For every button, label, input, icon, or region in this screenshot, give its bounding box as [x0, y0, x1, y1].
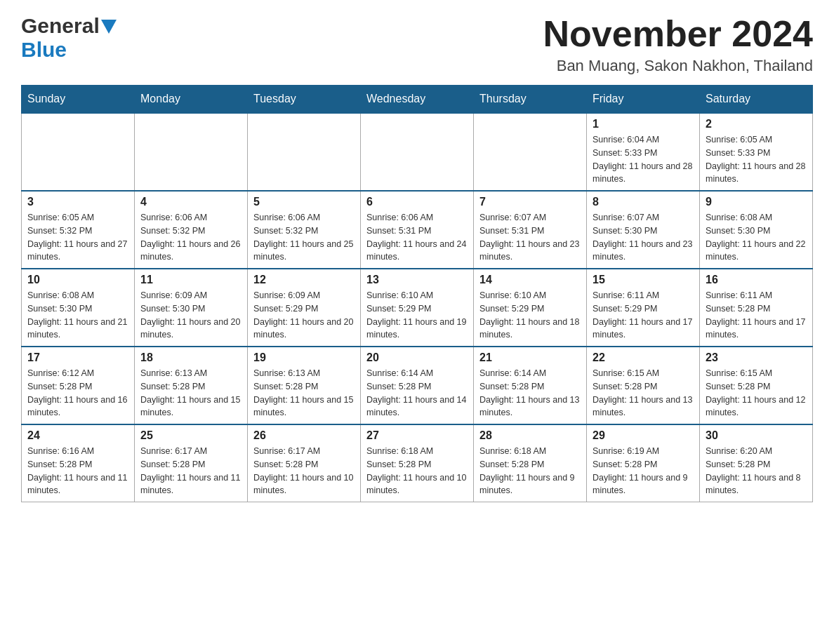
day-info-line: Sunrise: 6:13 AM: [253, 367, 355, 380]
day-info-line: Sunrise: 6:13 AM: [140, 367, 241, 380]
day-number: 16: [706, 274, 807, 286]
day-info-line: Sunrise: 6:14 AM: [366, 367, 468, 380]
day-info-line: Sunrise: 6:15 AM: [593, 367, 694, 380]
day-info-line: Sunset: 5:30 PM: [27, 302, 128, 316]
day-info-line: Daylight: 11 hours and 10 minutes.: [253, 471, 355, 498]
day-info-line: Sunset: 5:30 PM: [140, 302, 241, 316]
table-row: 27Sunrise: 6:18 AMSunset: 5:28 PMDayligh…: [361, 424, 474, 502]
table-row: 25Sunrise: 6:17 AMSunset: 5:28 PMDayligh…: [135, 424, 248, 502]
table-row: 28Sunrise: 6:18 AMSunset: 5:28 PMDayligh…: [474, 424, 587, 502]
day-info-line: Sunset: 5:28 PM: [253, 458, 355, 471]
day-info: Sunrise: 6:12 AMSunset: 5:28 PMDaylight:…: [27, 367, 128, 420]
day-info-line: Daylight: 11 hours and 23 minutes.: [593, 238, 694, 264]
day-info-line: Sunrise: 6:15 AM: [706, 367, 807, 380]
day-number: 27: [366, 429, 468, 442]
day-info-line: Daylight: 11 hours and 15 minutes.: [140, 394, 241, 420]
day-info-line: Sunset: 5:28 PM: [593, 380, 694, 394]
day-number: 13: [366, 274, 468, 286]
day-info: Sunrise: 6:13 AMSunset: 5:28 PMDaylight:…: [253, 367, 355, 420]
day-number: 1: [593, 118, 694, 130]
day-info-line: Daylight: 11 hours and 27 minutes.: [27, 238, 128, 264]
day-info-line: Sunrise: 6:04 AM: [593, 133, 694, 147]
table-row: 15Sunrise: 6:11 AMSunset: 5:29 PMDayligh…: [587, 269, 700, 347]
day-number: 23: [706, 351, 807, 364]
header-thursday: Thursday: [474, 86, 587, 114]
day-info-line: Daylight: 11 hours and 8 minutes.: [706, 471, 807, 498]
day-info-line: Sunset: 5:32 PM: [253, 224, 355, 238]
day-info-line: Daylight: 11 hours and 24 minutes.: [366, 238, 468, 264]
table-row: 24Sunrise: 6:16 AMSunset: 5:28 PMDayligh…: [22, 424, 135, 502]
day-number: 24: [27, 429, 128, 442]
day-number: 29: [593, 429, 694, 442]
day-info-line: Daylight: 11 hours and 12 minutes.: [706, 394, 807, 420]
day-number: 26: [253, 429, 355, 442]
calendar-week-2: 3Sunrise: 6:05 AMSunset: 5:32 PMDaylight…: [22, 191, 813, 269]
day-info-line: Daylight: 11 hours and 9 minutes.: [479, 471, 581, 498]
day-info: Sunrise: 6:14 AMSunset: 5:28 PMDaylight:…: [479, 367, 581, 420]
day-info-line: Sunset: 5:28 PM: [479, 458, 581, 471]
day-number: 2: [706, 118, 807, 130]
logo-blue-text: Blue: [21, 38, 67, 62]
day-number: 12: [253, 274, 355, 286]
day-number: 18: [140, 351, 241, 364]
table-row: 8Sunrise: 6:07 AMSunset: 5:30 PMDaylight…: [587, 191, 700, 269]
title-block: November 2024 Ban Muang, Sakon Nakhon, T…: [543, 14, 813, 75]
day-number: 28: [479, 429, 581, 442]
day-number: 11: [140, 274, 241, 286]
day-info: Sunrise: 6:11 AMSunset: 5:29 PMDaylight:…: [593, 289, 694, 342]
day-info-line: Daylight: 11 hours and 22 minutes.: [706, 238, 807, 264]
calendar-week-1: 1Sunrise: 6:04 AMSunset: 5:33 PMDaylight…: [22, 113, 813, 191]
day-info-line: Sunset: 5:33 PM: [593, 147, 694, 160]
table-row: [474, 113, 587, 191]
day-info-line: Sunrise: 6:19 AM: [593, 445, 694, 458]
header-monday: Monday: [135, 86, 248, 114]
day-info-line: Sunrise: 6:06 AM: [366, 211, 468, 224]
day-info-line: Daylight: 11 hours and 23 minutes.: [479, 238, 581, 264]
day-number: 10: [27, 274, 128, 286]
day-info: Sunrise: 6:06 AMSunset: 5:31 PMDaylight:…: [366, 211, 468, 264]
day-info-line: Sunset: 5:29 PM: [366, 302, 468, 316]
day-info: Sunrise: 6:06 AMSunset: 5:32 PMDaylight:…: [253, 211, 355, 264]
day-info-line: Sunrise: 6:06 AM: [140, 211, 241, 224]
day-info-line: Sunrise: 6:08 AM: [706, 211, 807, 224]
header-saturday: Saturday: [700, 86, 813, 114]
table-row: 18Sunrise: 6:13 AMSunset: 5:28 PMDayligh…: [135, 347, 248, 424]
page-header: General Blue November 2024 Ban Muang, Sa…: [21, 14, 813, 75]
day-info-line: Sunrise: 6:10 AM: [479, 289, 581, 302]
day-info-line: Sunset: 5:28 PM: [706, 302, 807, 316]
day-number: 4: [140, 196, 241, 208]
table-row: 20Sunrise: 6:14 AMSunset: 5:28 PMDayligh…: [361, 347, 474, 424]
day-info-line: Daylight: 11 hours and 16 minutes.: [27, 394, 128, 420]
day-info: Sunrise: 6:09 AMSunset: 5:29 PMDaylight:…: [253, 289, 355, 342]
table-row: 16Sunrise: 6:11 AMSunset: 5:28 PMDayligh…: [700, 269, 813, 347]
day-info-line: Sunset: 5:28 PM: [479, 380, 581, 394]
day-number: 25: [140, 429, 241, 442]
day-number: 7: [479, 196, 581, 208]
day-info: Sunrise: 6:14 AMSunset: 5:28 PMDaylight:…: [366, 367, 468, 420]
calendar-week-5: 24Sunrise: 6:16 AMSunset: 5:28 PMDayligh…: [22, 424, 813, 502]
table-row: 17Sunrise: 6:12 AMSunset: 5:28 PMDayligh…: [22, 347, 135, 424]
day-info-line: Sunset: 5:28 PM: [366, 458, 468, 471]
day-info: Sunrise: 6:10 AMSunset: 5:29 PMDaylight:…: [366, 289, 468, 342]
day-info-line: Daylight: 11 hours and 11 minutes.: [27, 471, 128, 498]
table-row: [22, 113, 135, 191]
table-row: 2Sunrise: 6:05 AMSunset: 5:33 PMDaylight…: [700, 113, 813, 191]
day-info-line: Sunrise: 6:09 AM: [140, 289, 241, 302]
header-friday: Friday: [587, 86, 700, 114]
day-number: 20: [366, 351, 468, 364]
day-info-line: Daylight: 11 hours and 19 minutes.: [366, 316, 468, 342]
day-info-line: Daylight: 11 hours and 21 minutes.: [27, 316, 128, 342]
day-info: Sunrise: 6:19 AMSunset: 5:28 PMDaylight:…: [593, 445, 694, 497]
day-info-line: Sunset: 5:28 PM: [593, 458, 694, 471]
day-info-line: Daylight: 11 hours and 18 minutes.: [479, 316, 581, 342]
day-info-line: Sunset: 5:28 PM: [140, 458, 241, 471]
table-row: 6Sunrise: 6:06 AMSunset: 5:31 PMDaylight…: [361, 191, 474, 269]
day-info: Sunrise: 6:05 AMSunset: 5:32 PMDaylight:…: [27, 211, 128, 264]
svg-marker-0: [101, 20, 117, 34]
day-info: Sunrise: 6:11 AMSunset: 5:28 PMDaylight:…: [706, 289, 807, 342]
table-row: 23Sunrise: 6:15 AMSunset: 5:28 PMDayligh…: [700, 347, 813, 424]
day-info-line: Sunset: 5:28 PM: [706, 458, 807, 471]
day-number: 30: [706, 429, 807, 442]
day-info: Sunrise: 6:18 AMSunset: 5:28 PMDaylight:…: [479, 445, 581, 497]
table-row: 1Sunrise: 6:04 AMSunset: 5:33 PMDaylight…: [587, 113, 700, 191]
